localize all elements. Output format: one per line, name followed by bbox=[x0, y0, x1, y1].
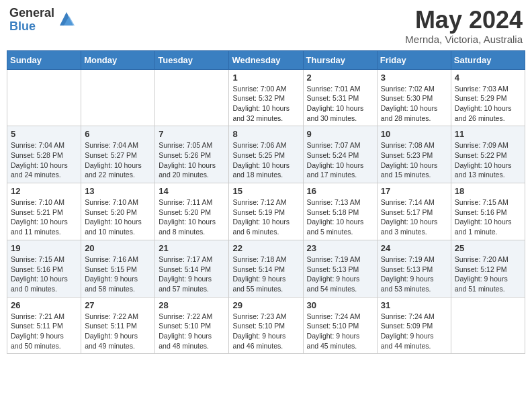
month-title: May 2024 bbox=[405, 7, 523, 34]
calendar-cell: 11Sunrise: 7:09 AM Sunset: 5:22 PM Dayli… bbox=[451, 126, 525, 183]
calendar-cell: 6Sunrise: 7:04 AM Sunset: 5:27 PM Daylig… bbox=[81, 126, 155, 183]
day-number: 30 bbox=[307, 300, 373, 310]
day-number: 10 bbox=[381, 129, 447, 139]
day-info: Sunrise: 7:24 AM Sunset: 5:09 PM Dayligh… bbox=[381, 312, 447, 351]
calendar-cell: 27Sunrise: 7:22 AM Sunset: 5:11 PM Dayli… bbox=[81, 297, 155, 354]
day-number: 11 bbox=[455, 129, 521, 139]
day-info: Sunrise: 7:22 AM Sunset: 5:10 PM Dayligh… bbox=[159, 312, 225, 351]
day-info: Sunrise: 7:08 AM Sunset: 5:23 PM Dayligh… bbox=[381, 140, 447, 180]
day-info: Sunrise: 7:18 AM Sunset: 5:14 PM Dayligh… bbox=[232, 255, 299, 294]
day-info: Sunrise: 7:22 AM Sunset: 5:11 PM Dayligh… bbox=[85, 312, 151, 351]
day-number: 3 bbox=[381, 73, 447, 83]
weekday-header: Saturday bbox=[451, 50, 525, 69]
calendar-cell: 24Sunrise: 7:19 AM Sunset: 5:13 PM Dayli… bbox=[377, 240, 451, 297]
calendar-week-row: 12Sunrise: 7:10 AM Sunset: 5:21 PM Dayli… bbox=[7, 183, 525, 240]
day-number: 9 bbox=[307, 129, 373, 139]
calendar-cell bbox=[451, 297, 525, 354]
day-number: 27 bbox=[85, 300, 151, 310]
calendar-cell: 26Sunrise: 7:21 AM Sunset: 5:11 PM Dayli… bbox=[7, 297, 81, 354]
day-number: 12 bbox=[11, 186, 77, 196]
calendar-cell: 25Sunrise: 7:20 AM Sunset: 5:12 PM Dayli… bbox=[451, 240, 525, 297]
day-info: Sunrise: 7:11 AM Sunset: 5:20 PM Dayligh… bbox=[159, 197, 225, 237]
calendar-cell: 19Sunrise: 7:15 AM Sunset: 5:16 PM Dayli… bbox=[7, 240, 81, 297]
calendar-week-row: 26Sunrise: 7:21 AM Sunset: 5:11 PM Dayli… bbox=[7, 297, 525, 354]
day-info: Sunrise: 7:01 AM Sunset: 5:31 PM Dayligh… bbox=[307, 84, 373, 124]
day-number: 1 bbox=[232, 73, 299, 83]
day-info: Sunrise: 7:14 AM Sunset: 5:17 PM Dayligh… bbox=[381, 197, 447, 237]
logo: General Blue bbox=[9, 7, 76, 34]
day-info: Sunrise: 7:19 AM Sunset: 5:13 PM Dayligh… bbox=[307, 255, 373, 294]
day-number: 22 bbox=[232, 243, 299, 253]
day-number: 15 bbox=[232, 186, 299, 196]
calendar-cell bbox=[155, 69, 229, 126]
calendar-cell: 21Sunrise: 7:17 AM Sunset: 5:14 PM Dayli… bbox=[155, 240, 229, 297]
page-header: General Blue May 2024 Mernda, Victoria, … bbox=[7, 7, 525, 45]
day-info: Sunrise: 7:17 AM Sunset: 5:14 PM Dayligh… bbox=[159, 255, 225, 294]
calendar-cell bbox=[81, 69, 155, 126]
day-info: Sunrise: 7:03 AM Sunset: 5:29 PM Dayligh… bbox=[455, 84, 521, 124]
calendar-cell: 1Sunrise: 7:00 AM Sunset: 5:32 PM Daylig… bbox=[229, 69, 303, 126]
day-info: Sunrise: 7:10 AM Sunset: 5:21 PM Dayligh… bbox=[11, 197, 77, 237]
title-block: May 2024 Mernda, Victoria, Australia bbox=[405, 7, 523, 45]
day-number: 13 bbox=[85, 186, 151, 196]
day-number: 7 bbox=[159, 129, 225, 139]
day-number: 23 bbox=[307, 243, 373, 253]
day-number: 8 bbox=[232, 129, 299, 139]
day-number: 21 bbox=[159, 243, 225, 253]
day-number: 16 bbox=[307, 186, 373, 196]
calendar-cell: 17Sunrise: 7:14 AM Sunset: 5:17 PM Dayli… bbox=[377, 183, 451, 240]
calendar-cell: 16Sunrise: 7:13 AM Sunset: 5:18 PM Dayli… bbox=[303, 183, 377, 240]
day-info: Sunrise: 7:21 AM Sunset: 5:11 PM Dayligh… bbox=[11, 312, 77, 351]
day-number: 14 bbox=[159, 186, 225, 196]
day-number: 20 bbox=[85, 243, 151, 253]
calendar-cell: 7Sunrise: 7:05 AM Sunset: 5:26 PM Daylig… bbox=[155, 126, 229, 183]
calendar-cell: 28Sunrise: 7:22 AM Sunset: 5:10 PM Dayli… bbox=[155, 297, 229, 354]
day-info: Sunrise: 7:24 AM Sunset: 5:10 PM Dayligh… bbox=[307, 312, 373, 351]
day-info: Sunrise: 7:16 AM Sunset: 5:15 PM Dayligh… bbox=[85, 255, 151, 294]
calendar-cell: 18Sunrise: 7:15 AM Sunset: 5:16 PM Dayli… bbox=[451, 183, 525, 240]
day-number: 18 bbox=[455, 186, 521, 196]
day-info: Sunrise: 7:09 AM Sunset: 5:22 PM Dayligh… bbox=[455, 140, 521, 180]
day-info: Sunrise: 7:12 AM Sunset: 5:19 PM Dayligh… bbox=[232, 197, 299, 237]
day-number: 6 bbox=[85, 129, 151, 139]
day-info: Sunrise: 7:06 AM Sunset: 5:25 PM Dayligh… bbox=[232, 140, 299, 180]
calendar-cell: 20Sunrise: 7:16 AM Sunset: 5:15 PM Dayli… bbox=[81, 240, 155, 297]
logo-icon bbox=[57, 9, 76, 28]
calendar-cell: 4Sunrise: 7:03 AM Sunset: 5:29 PM Daylig… bbox=[451, 69, 525, 126]
calendar-cell: 15Sunrise: 7:12 AM Sunset: 5:19 PM Dayli… bbox=[229, 183, 303, 240]
calendar-cell: 3Sunrise: 7:02 AM Sunset: 5:30 PM Daylig… bbox=[377, 69, 451, 126]
logo-blue-text: Blue bbox=[9, 20, 54, 34]
calendar-cell bbox=[7, 69, 81, 126]
day-info: Sunrise: 7:10 AM Sunset: 5:20 PM Dayligh… bbox=[85, 197, 151, 237]
day-number: 31 bbox=[381, 300, 447, 310]
day-info: Sunrise: 7:13 AM Sunset: 5:18 PM Dayligh… bbox=[307, 197, 373, 237]
day-info: Sunrise: 7:02 AM Sunset: 5:30 PM Dayligh… bbox=[381, 84, 447, 124]
weekday-header: Monday bbox=[81, 50, 155, 69]
logo-general-text: General bbox=[9, 7, 54, 20]
calendar-week-row: 19Sunrise: 7:15 AM Sunset: 5:16 PM Dayli… bbox=[7, 240, 525, 297]
day-number: 2 bbox=[307, 73, 373, 83]
calendar-cell: 12Sunrise: 7:10 AM Sunset: 5:21 PM Dayli… bbox=[7, 183, 81, 240]
day-number: 17 bbox=[381, 186, 447, 196]
calendar-cell: 5Sunrise: 7:04 AM Sunset: 5:28 PM Daylig… bbox=[7, 126, 81, 183]
day-info: Sunrise: 7:19 AM Sunset: 5:13 PM Dayligh… bbox=[381, 255, 447, 294]
day-number: 29 bbox=[232, 300, 299, 310]
calendar-cell: 2Sunrise: 7:01 AM Sunset: 5:31 PM Daylig… bbox=[303, 69, 377, 126]
calendar-cell: 29Sunrise: 7:23 AM Sunset: 5:10 PM Dayli… bbox=[229, 297, 303, 354]
calendar-cell: 31Sunrise: 7:24 AM Sunset: 5:09 PM Dayli… bbox=[377, 297, 451, 354]
weekday-header: Wednesday bbox=[229, 50, 303, 69]
calendar-cell: 23Sunrise: 7:19 AM Sunset: 5:13 PM Dayli… bbox=[303, 240, 377, 297]
calendar-cell: 30Sunrise: 7:24 AM Sunset: 5:10 PM Dayli… bbox=[303, 297, 377, 354]
day-info: Sunrise: 7:04 AM Sunset: 5:28 PM Dayligh… bbox=[11, 140, 77, 180]
day-info: Sunrise: 7:07 AM Sunset: 5:24 PM Dayligh… bbox=[307, 140, 373, 180]
calendar-cell: 8Sunrise: 7:06 AM Sunset: 5:25 PM Daylig… bbox=[229, 126, 303, 183]
day-info: Sunrise: 7:04 AM Sunset: 5:27 PM Dayligh… bbox=[85, 140, 151, 180]
weekday-header: Sunday bbox=[7, 50, 81, 69]
day-number: 19 bbox=[11, 243, 77, 253]
weekday-header: Tuesday bbox=[155, 50, 229, 69]
calendar-week-row: 5Sunrise: 7:04 AM Sunset: 5:28 PM Daylig… bbox=[7, 126, 525, 183]
calendar-cell: 13Sunrise: 7:10 AM Sunset: 5:20 PM Dayli… bbox=[81, 183, 155, 240]
location: Mernda, Victoria, Australia bbox=[405, 34, 523, 45]
day-info: Sunrise: 7:15 AM Sunset: 5:16 PM Dayligh… bbox=[455, 197, 521, 237]
calendar-cell: 22Sunrise: 7:18 AM Sunset: 5:14 PM Dayli… bbox=[229, 240, 303, 297]
